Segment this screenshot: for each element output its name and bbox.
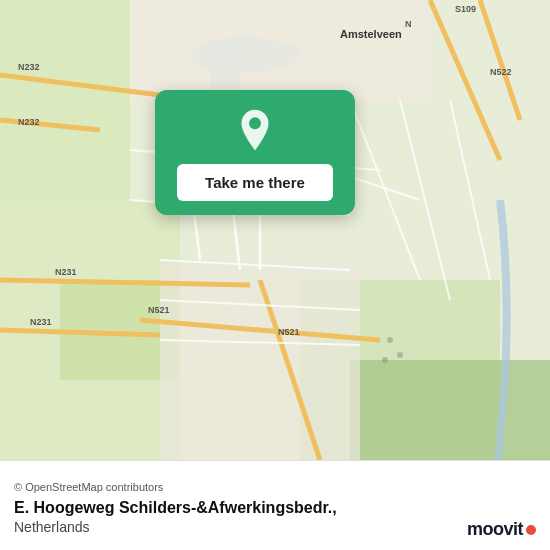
svg-rect-3 (0, 0, 130, 200)
moovit-brand-text: moovit (467, 519, 523, 540)
svg-text:N: N (405, 19, 412, 29)
moovit-dot-icon (526, 525, 536, 535)
svg-text:N231: N231 (55, 267, 77, 277)
location-pin-icon (233, 108, 277, 152)
map-view: N232 N232 S109 N522 N231 N231 N521 N521 … (0, 0, 550, 460)
location-popup: Take me there (155, 90, 355, 215)
svg-text:N521: N521 (148, 305, 170, 315)
svg-point-41 (397, 352, 403, 358)
svg-text:N522: N522 (490, 67, 512, 77)
svg-text:N231: N231 (30, 317, 52, 327)
map-background: N232 N232 S109 N522 N231 N231 N521 N521 … (0, 0, 550, 460)
svg-point-42 (382, 357, 388, 363)
svg-rect-7 (350, 360, 550, 460)
svg-text:S109: S109 (455, 4, 476, 14)
app-container: N232 N232 S109 N522 N231 N231 N521 N521 … (0, 0, 550, 550)
moovit-logo: moovit (467, 519, 536, 540)
svg-text:N521: N521 (278, 327, 300, 337)
svg-text:N232: N232 (18, 62, 40, 72)
place-name: E. Hoogeweg Schilders-&Afwerkingsbedr., (14, 499, 536, 517)
svg-point-43 (249, 117, 261, 129)
svg-rect-8 (130, 0, 430, 100)
osm-attribution: © OpenStreetMap contributors (14, 481, 536, 493)
svg-point-40 (387, 337, 393, 343)
svg-text:Amstelveen: Amstelveen (340, 28, 402, 40)
info-bar: © OpenStreetMap contributors E. Hoogeweg… (0, 460, 550, 550)
svg-text:N232: N232 (18, 117, 40, 127)
take-me-there-button[interactable]: Take me there (177, 164, 333, 201)
place-country: Netherlands (14, 519, 536, 535)
svg-rect-9 (160, 260, 360, 460)
